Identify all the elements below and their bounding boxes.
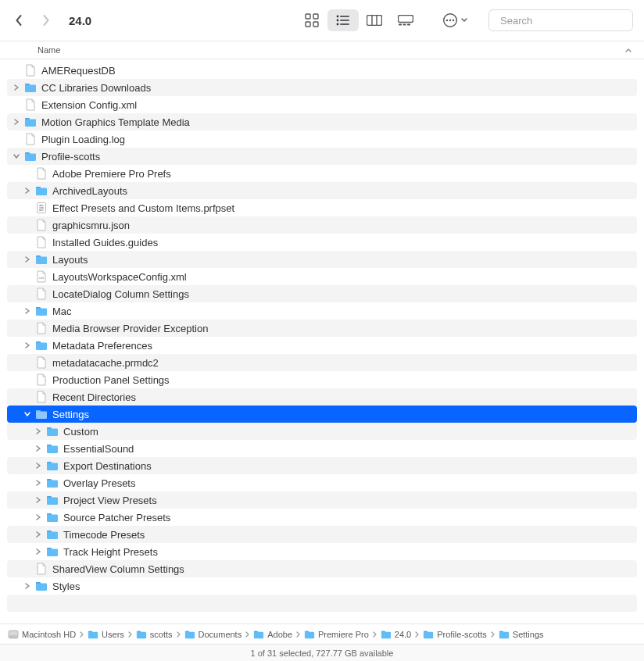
file-icon [24,98,37,111]
file-row[interactable]: Profile-scotts [7,148,637,165]
path-crumb[interactable]: Documents [184,629,242,640]
folder-icon [46,494,59,506]
path-crumb[interactable]: Users [88,629,124,640]
column-header[interactable]: Name [0,41,644,59]
file-row[interactable]: Timecode Presets [7,526,637,543]
search-input[interactable] [500,15,631,27]
path-crumb[interactable]: Premiere Pro [304,629,369,640]
file-row[interactable]: graphicsmru.json [7,216,637,234]
folder-icon [499,629,510,640]
disclosure-triangle[interactable] [23,341,32,350]
forward-button[interactable] [38,13,53,28]
file-row[interactable]: Motion Graphics Template Media [7,113,637,130]
path-separator [295,631,301,638]
file-row[interactable]: Track Height Presets [7,543,637,560]
disclosure-triangle[interactable] [34,530,43,539]
file-row[interactable]: Overlay Presets [7,474,637,491]
file-row[interactable]: Production Panel Settings [7,371,637,388]
file-name: Project View Presets [63,495,157,506]
path-crumb[interactable]: Adobe [253,629,292,640]
path-crumb[interactable]: scotts [136,629,173,640]
gallery-view-button[interactable] [390,9,421,31]
file-row[interactable]: Recent Directories [7,388,637,406]
file-icon [35,219,48,231]
file-row[interactable]: Custom [7,423,637,440]
disclosure-triangle[interactable] [23,255,32,264]
path-label: scotts [150,630,173,639]
file-list[interactable]: AMERequestDBCC Libraries DownloadsExtens… [0,59,644,623]
file-row[interactable]: metadatacache.prmdc2 [7,354,637,371]
disclosure-triangle[interactable] [34,461,43,470]
folder-icon [46,425,59,438]
disclosure-triangle[interactable] [34,444,43,453]
group-menu-button[interactable] [442,9,468,31]
disclosure-triangle[interactable] [23,306,32,316]
disclosure-triangle[interactable] [34,513,43,522]
file-name: Production Panel Settings [52,374,170,386]
file-row[interactable]: Metadata Preferences [7,337,637,354]
path-crumb[interactable]: 24.0 [381,629,411,640]
file-row[interactable]: EssentialSound [7,440,637,457]
file-row[interactable]: Settings [7,406,637,423]
disclosure-triangle[interactable] [23,409,32,419]
file-name: Source Patcher Presets [63,512,170,523]
disclosure-triangle[interactable] [34,547,43,556]
disclosure-triangle[interactable] [23,581,32,591]
column-view-button[interactable] [359,9,390,31]
file-row[interactable]: CC Libraries Downloads [7,79,637,96]
file-name: SharedView Column Settings [52,563,184,575]
file-row[interactable]: Source Patcher Presets [7,509,637,526]
window-title: 24.0 [69,14,91,27]
list-icon [336,15,350,26]
file-row[interactable]: Adobe Premiere Pro Prefs [7,165,637,182]
disclosure-triangle[interactable] [12,83,21,92]
file-row[interactable]: Mac [7,302,637,320]
svg-rect-3 [313,22,318,27]
file-row[interactable]: ArchivedLayouts [7,182,637,199]
disclosure-triangle[interactable] [12,117,21,127]
file-row[interactable]: Media Browser Provider Exception [7,320,637,337]
file-row[interactable]: Effect Presets and Custom Items.prfpset [7,199,637,216]
disclosure-triangle[interactable] [34,427,43,436]
file-row[interactable]: Export Destinations [7,457,637,474]
disk-icon [8,629,19,640]
file-row[interactable]: Plugin Loading.log [7,130,637,148]
file-row[interactable]: SharedView Column Settings [7,560,637,577]
svg-point-18 [446,20,448,21]
disclosure-triangle[interactable] [34,478,43,488]
file-row[interactable]: Layouts [7,251,637,268]
folder-icon [35,339,48,352]
svg-rect-0 [306,14,310,19]
file-name: Settings [52,409,89,420]
file-row[interactable]: xmlLayoutsWorkspaceConfig.xml [7,268,637,285]
svg-point-29 [39,209,41,211]
path-crumb[interactable]: Macintosh HD [8,629,76,640]
file-name: Mac [52,305,72,317]
disclosure-triangle[interactable] [12,152,21,161]
list-view-button[interactable] [327,9,359,31]
path-label: 24.0 [395,630,411,639]
view-switcher [296,9,421,31]
folder-icon [46,511,59,523]
file-row[interactable]: Installed Guides.guides [7,234,637,251]
file-name: Layouts [52,254,88,266]
file-name: Metadata Preferences [52,340,152,352]
file-name: Overlay Presets [63,477,135,489]
file-row[interactable]: Project View Presets [7,491,637,509]
disclosure-triangle[interactable] [34,495,43,505]
path-separator [79,631,84,638]
file-row[interactable]: AMERequestDB [7,62,637,79]
disclosure-triangle[interactable] [23,186,32,195]
folder-icon [88,629,98,640]
file-name: AMERequestDB [41,65,116,77]
back-button[interactable] [11,13,27,28]
search-box[interactable] [488,9,633,31]
path-crumb[interactable]: Profile-scotts [423,629,487,640]
icon-view-button[interactable] [296,9,327,31]
file-row[interactable]: LocateDialog Column Settings [7,285,637,302]
file-row[interactable]: Styles [7,577,637,595]
folder-icon [304,629,315,640]
folder-icon [136,629,147,640]
path-crumb[interactable]: Settings [499,629,544,640]
file-row[interactable]: Extension Config.xml [7,96,637,113]
